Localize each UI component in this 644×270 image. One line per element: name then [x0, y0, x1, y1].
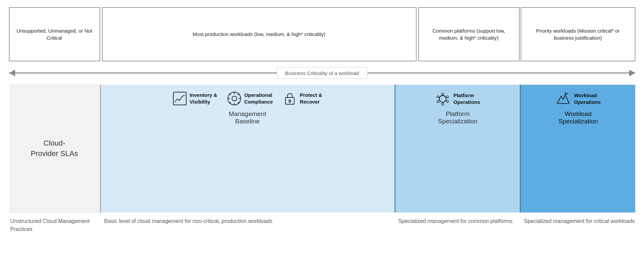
column-cloud-provider-slas: Cloud-Provider SLAs: [9, 85, 100, 213]
top-box-priority-workloads: Priority workloads (Mission critical* or…: [521, 7, 635, 61]
top-box-production: Most production workloads (low, medium, …: [102, 7, 416, 61]
top-box-unsupported: Unsupported, Unmanaged, or Not Critical: [9, 7, 100, 61]
column-platform-specialization: PlatformOperations PlatformSpecializatio…: [395, 85, 520, 213]
protect-recover-item: Protect &Recover: [283, 91, 322, 106]
bottom-descriptions-row: Unstructured Cloud Management Practices …: [9, 213, 635, 263]
svg-point-15: [442, 93, 444, 95]
workload-ops-icon: [556, 91, 571, 106]
svg-point-14: [439, 95, 446, 102]
svg-line-25: [439, 100, 440, 101]
gear-circle-icon: [227, 91, 241, 106]
column-workload-specialization: WorkloadOperations WorkloadSpecializatio…: [521, 85, 635, 213]
diagram-container: Unsupported, Unmanaged, or Not Critical …: [9, 7, 635, 263]
arrow-right-head: [629, 70, 635, 76]
platform-operations-icon-group: PlatformOperations: [435, 91, 480, 106]
arrow-row: Business Criticality of a workload: [9, 61, 635, 85]
platform-specialization-subtitle: PlatformSpecialization: [438, 110, 477, 125]
top-box-common-platforms: Common platforms (support low, medium, &…: [418, 7, 519, 61]
inventory-visibility-item: Inventory &Visibility: [173, 91, 217, 106]
cloud-provider-slas-title: Cloud-Provider SLAs: [31, 138, 78, 159]
svg-point-12: [289, 100, 291, 102]
protect-recover-label: Protect &Recover: [300, 92, 322, 105]
svg-line-23: [446, 100, 447, 101]
bottom-desc-col4: Specialized management for critical work…: [521, 213, 635, 263]
workload-specialization-subtitle: WorkloadSpecialization: [558, 110, 598, 125]
management-baseline-subtitle: ManagementBaseline: [229, 110, 266, 125]
svg-marker-29: [565, 93, 568, 94]
workload-operations-label: WorkloadOperations: [574, 92, 601, 105]
bottom-desc-col1: Unstructured Cloud Management Practices: [9, 213, 100, 263]
bottom-desc-col3: Specialized management for common platfo…: [395, 213, 520, 263]
arrow-label: Business Criticality of a workload: [277, 67, 367, 79]
operational-compliance-label: OperationalCompliance: [244, 92, 273, 105]
inventory-visibility-label: Inventory &Visibility: [190, 92, 217, 105]
arrow-left-head: [9, 70, 15, 76]
platform-ops-icon: [435, 91, 450, 106]
main-row: Cloud-Provider SLAs Inventory &Visibilit…: [9, 85, 635, 213]
svg-rect-0: [173, 92, 186, 105]
bottom-desc-col2: Basic level of cloud management for non-…: [101, 213, 394, 263]
workload-operations-icon-group: WorkloadOperations: [556, 91, 601, 106]
svg-point-18: [442, 103, 444, 105]
svg-point-2: [232, 96, 237, 101]
operational-compliance-item: OperationalCompliance: [227, 91, 273, 106]
chart-icon: [173, 91, 187, 106]
column-management-baseline: Inventory &Visibility: [101, 85, 394, 213]
lock-icon: [283, 91, 297, 106]
management-baseline-icons: Inventory &Visibility: [173, 91, 322, 106]
platform-operations-label: PlatformOperations: [453, 92, 480, 105]
top-boxes-row: Unsupported, Unmanaged, or Not Critical …: [9, 7, 635, 61]
